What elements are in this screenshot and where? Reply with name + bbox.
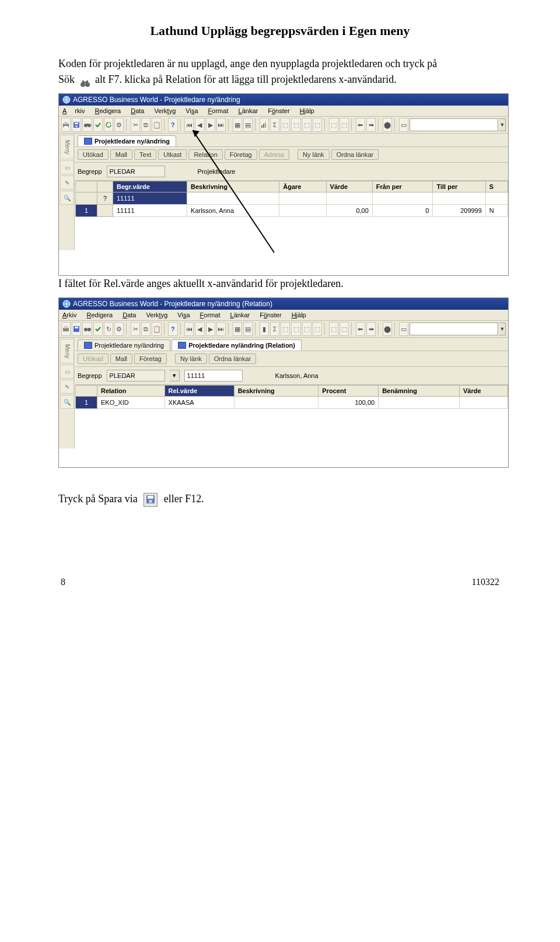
col-benamning[interactable]: Benämning	[379, 386, 460, 397]
pill-foretag[interactable]: Företag	[134, 353, 167, 364]
chart-icon[interactable]	[260, 118, 269, 132]
paste-icon[interactable]: 📋	[152, 118, 161, 132]
tool4-icon[interactable]: ⬚	[302, 118, 312, 132]
col-procent[interactable]: Procent	[318, 386, 379, 397]
refresh-icon[interactable]	[104, 118, 113, 132]
t3-icon[interactable]: ⬚	[291, 322, 300, 336]
data-grid[interactable]: Relation Rel.värde Beskrivning Procent B…	[75, 385, 508, 409]
tab-relation[interactable]: Projektledare ny/ändring (Relation)	[172, 339, 302, 351]
menu-fonster[interactable]: Fönster	[268, 107, 289, 114]
tool5-icon[interactable]: ⬚	[313, 118, 322, 132]
nav-next-icon[interactable]: ▶	[206, 118, 215, 132]
tab-projektledare[interactable]: Projektledare ny/ändring	[78, 135, 176, 146]
back-icon[interactable]: ⬅	[356, 322, 365, 336]
menu-format[interactable]: Format	[208, 107, 229, 114]
side-tool-3[interactable]: 🔍	[60, 191, 74, 205]
grid-b-icon[interactable]: ▤	[243, 322, 253, 336]
nav-prev-icon[interactable]: ◀	[195, 118, 204, 132]
pill-mall[interactable]: Mall	[110, 353, 132, 364]
col-tillper[interactable]: Till per	[433, 181, 485, 192]
print-icon[interactable]	[61, 322, 71, 336]
nav-last-icon[interactable]: ⏭	[216, 118, 226, 132]
link-a-icon[interactable]: ⬚	[329, 118, 338, 132]
check-icon[interactable]	[93, 118, 103, 132]
pill-ordna[interactable]: Ordna länkar	[209, 353, 257, 364]
side-tool-2[interactable]: ✎	[60, 176, 74, 190]
copy-icon[interactable]: ⧉	[141, 322, 150, 336]
col-s[interactable]: S	[485, 181, 508, 192]
tool-icon[interactable]: ⚙	[114, 322, 124, 336]
tool2-icon[interactable]: ⬚	[281, 118, 290, 132]
cut-icon[interactable]: ✂	[131, 322, 140, 336]
chart-icon[interactable]: ▮	[260, 322, 269, 336]
doc-icon[interactable]: ▭	[399, 118, 408, 132]
menu-redigera[interactable]: Redigera	[95, 107, 121, 114]
tab-projektledare[interactable]: Projektledare ny/ändring	[78, 339, 170, 351]
col-relation[interactable]: Relation	[97, 386, 165, 397]
cut-icon[interactable]: ✂	[131, 118, 140, 132]
toolbar-address-drop[interactable]: ▼	[499, 323, 506, 335]
refresh-icon[interactable]: ↻	[104, 322, 113, 336]
sum-icon[interactable]: Σ	[270, 322, 279, 336]
menu-verktyg[interactable]: Verktyg	[146, 311, 168, 318]
table-row[interactable]: ? 11111	[76, 192, 508, 205]
menu-arkiv[interactable]: Arkiv	[62, 311, 76, 318]
sum-icon[interactable]: Σ	[270, 118, 279, 132]
copy-icon[interactable]: ⧉	[141, 118, 150, 132]
nav-first-icon[interactable]: ⏮	[184, 118, 194, 132]
pill-utokad[interactable]: Utökad	[78, 149, 108, 160]
menu-format[interactable]: Format	[200, 311, 220, 318]
pill-utkast[interactable]: Utkast	[158, 149, 187, 160]
side-menu-tab[interactable]: Meny	[60, 339, 74, 363]
lb-icon[interactable]: ⬚	[340, 322, 349, 336]
menu-lankar[interactable]: Länkar	[239, 107, 258, 114]
menu-bar[interactable]: Arkiv Redigera Data Verktyg Visa Format …	[59, 310, 508, 321]
side-tool-1[interactable]: ▭	[60, 160, 74, 174]
col-beskrivning[interactable]: Beskrivning	[187, 181, 279, 192]
col-begrvarde[interactable]: Begr.värde	[113, 181, 187, 192]
nav-first-icon[interactable]: ⏮	[184, 322, 194, 336]
t5-icon[interactable]: ⬚	[313, 322, 322, 336]
t4-icon[interactable]: ⬚	[302, 322, 312, 336]
fwd-icon[interactable]: ➡	[366, 322, 376, 336]
side-tool-3[interactable]: 🔍	[60, 395, 74, 409]
menu-lankar[interactable]: Länkar	[230, 311, 250, 318]
menu-redigera[interactable]: Redigera	[87, 311, 113, 318]
pill-foretag[interactable]: Företag	[225, 149, 257, 160]
t2-icon[interactable]: ⬚	[281, 322, 290, 336]
save-icon[interactable]	[72, 322, 81, 336]
side-tool-1[interactable]: ▭	[60, 365, 74, 379]
toolbar-address-field[interactable]	[410, 118, 498, 131]
pill-nylank[interactable]: Ny länk	[175, 353, 207, 364]
nav-next-icon[interactable]: ▶	[206, 322, 215, 336]
table-row[interactable]: 1 11111 Karlsson, Anna 0,00 0 209999 N	[76, 205, 508, 217]
toolbar-address-drop[interactable]: ▼	[499, 118, 506, 131]
find-icon[interactable]	[82, 322, 92, 336]
nav-prev-icon[interactable]: ◀	[195, 322, 204, 336]
menu-visa[interactable]: Visa	[186, 107, 198, 114]
menu-bar[interactable]: Arkiv Redigera Data Verktyg Visa Format …	[59, 106, 508, 117]
la-icon[interactable]: ⬚	[329, 322, 338, 336]
save-icon[interactable]	[72, 118, 81, 132]
nav-last-icon[interactable]: ⏭	[216, 322, 226, 336]
find-icon[interactable]	[82, 118, 92, 132]
col-varde[interactable]: Värde	[326, 181, 372, 192]
side-menu-tab[interactable]: Meny	[60, 135, 74, 159]
col-relvarde[interactable]: Rel.värde	[164, 386, 234, 397]
table-row[interactable]: 1 EKO_XID XKAASA 100,00	[76, 397, 508, 409]
fwd-icon[interactable]: ➡	[366, 118, 376, 132]
menu-arkiv[interactable]: Arkiv	[62, 107, 85, 114]
menu-hjalp[interactable]: Hjälp	[300, 107, 314, 114]
col-franper[interactable]: Från per	[372, 181, 433, 192]
help-icon[interactable]: ?	[168, 322, 177, 336]
menu-visa[interactable]: Visa	[177, 311, 190, 318]
begrepp-field[interactable]: PLEDAR	[107, 370, 165, 381]
grid-b-icon[interactable]: ▤	[243, 118, 253, 132]
code-field[interactable]: 11111	[184, 370, 243, 381]
menu-verktyg[interactable]: Verktyg	[155, 107, 176, 114]
toolbar-address-field[interactable]	[410, 323, 498, 335]
grid-a-icon[interactable]: ▦	[233, 322, 242, 336]
grid-a-icon[interactable]: ▦	[233, 118, 242, 132]
stop-icon[interactable]: ⬤	[383, 118, 392, 132]
menu-fonster[interactable]: Fönster	[260, 311, 281, 318]
